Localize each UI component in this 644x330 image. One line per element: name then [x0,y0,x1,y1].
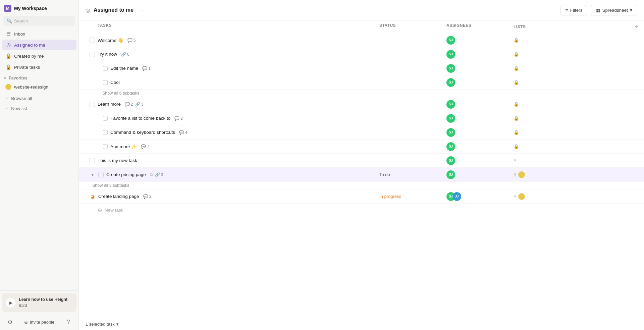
sidebar-item-website-redesign[interactable]: website-redesign [2,82,76,92]
table-row[interactable]: Welcome 👋 💬 5 SJ 🔒 [79,33,644,47]
task-lists: 🔒 [514,130,639,135]
task-checkbox[interactable] [90,38,95,43]
view-button[interactable]: ▦ Spreadsheet ▾ [591,5,637,15]
task-lists: 🔒 [514,52,639,57]
task-assignees: SJ [446,100,514,109]
lock-icon: 🔒 [514,102,519,107]
task-checkbox[interactable] [90,52,95,57]
task-checkbox[interactable] [103,130,108,135]
task-name: This is my new task [98,158,137,163]
expand-button[interactable]: ▼ [90,172,96,178]
help-button[interactable]: ? [63,317,74,327]
lock-icon: 🔒 [514,52,519,57]
spreadsheet-icon: ▦ [596,7,600,13]
task-checkbox[interactable] [103,116,108,121]
task-name: Edit the name [110,66,138,71]
favorites-section-header[interactable]: ▼ Favorites [0,72,78,82]
task-meta: 💬 3 [143,194,152,199]
sidebar-item-label: Created by me [14,54,44,59]
add-column-button[interactable]: + [635,23,639,30]
list-icon [518,171,525,178]
task-assignees: SJ [446,78,514,87]
show-subtasks-button[interactable]: Show all 6 subtasks [79,90,644,97]
table-row[interactable]: Cool SJ 🔒 [79,75,644,90]
new-list-button[interactable]: + New list [2,103,76,113]
task-checkbox[interactable] [103,144,108,149]
task-checkbox[interactable] [103,80,108,85]
avatar: SJ [446,64,455,73]
task-assignees: SJ [446,50,514,59]
task-checkbox[interactable] [90,102,95,107]
avatar: SJ [446,128,455,137]
table-row[interactable]: Edit the name 💬 1 SJ 🔒 [79,61,644,75]
task-checkbox[interactable] [103,66,108,71]
learn-text: Learn how to use Height 6:23 [19,297,67,309]
table-row[interactable]: Learn more 💬 2 🔗 3 SJ 🔒 [79,97,644,111]
task-name: Command & keyboard shortcuts [110,130,175,135]
table-row[interactable]: This is my new task SJ # [79,154,644,168]
sidebar-item-created[interactable]: 🔒 Created by me [2,51,76,61]
selected-task-info[interactable]: 1 selected task ▾ [86,322,119,327]
plus-circle-icon: ⊕ [24,320,28,325]
gear-icon: ⚙ [8,319,12,325]
task-name: And more ✨ [110,144,137,149]
comment-icon: 💬 5 [127,38,136,43]
in-progress-icon: ◕ [90,194,96,200]
settings-button[interactable]: ⚙ [5,317,15,327]
task-checkbox[interactable] [90,158,95,163]
task-status: To do [379,172,446,177]
new-task-label: New task [105,208,123,213]
created-icon: 🔒 [5,53,11,59]
bottom-bar: 1 selected task ▾ [79,318,644,330]
play-button[interactable]: ▶ [6,298,15,308]
avatar: SJ [446,50,455,59]
inbox-icon: ☰ [5,31,11,37]
comment-icon: 💬 2 [174,116,183,121]
show-subtasks-button[interactable]: Show all 3 subtasks [79,182,644,189]
task-name: Create landing page [98,194,139,199]
search-placeholder: Search [14,18,28,23]
sidebar-item-inbox[interactable]: ☰ Inbox [2,29,76,39]
avatar: JJ [452,192,461,201]
comment-icon: 💬 3 [143,194,152,199]
sidebar-item-label: Private tasks [14,65,40,70]
list-icon [518,193,525,200]
lock-icon: 🔒 [514,130,519,135]
table-row[interactable]: ▼ Create pricing page ⧉ 🔗 3 To do SJ # [79,168,644,182]
lock-icon: 🔒 [5,64,11,70]
task-checkbox[interactable] [98,172,104,177]
task-name: Try it now [98,52,117,57]
new-task-button[interactable]: ⊕ New task [79,204,644,217]
avatar: SJ [446,78,455,87]
task-assignees: SJ [446,170,514,179]
lock-icon: 🔒 [514,66,519,71]
task-lists: 🔒 [514,102,639,107]
plus-icon: ⊕ [98,207,102,213]
table-row[interactable]: Try it now 🔗 6 SJ 🔒 [79,47,644,61]
filters-label: Filters [570,8,583,13]
more-options-button[interactable]: ··· [137,6,146,14]
avatar: SJ [446,100,455,109]
search-bar[interactable]: 🔍 Search [3,16,75,26]
sidebar-item-assigned[interactable]: ◎ Assigned to me [2,40,76,50]
browse-all-button[interactable]: + Browse all [2,93,76,103]
sidebar-item-label: Inbox [14,32,25,37]
lock-icon: 🔒 [514,38,519,43]
table-row[interactable]: Favorite a list to come back to 💬 2 SJ 🔒 [79,111,644,125]
learn-card[interactable]: ▶ Learn how to use Height 6:23 [2,293,76,312]
task-meta: 💬 2 [174,116,183,121]
sidebar-nav: ☰ Inbox ◎ Assigned to me 🔒 Created by me… [0,29,78,72]
workspace-header[interactable]: M My Workspace [0,0,78,15]
task-meta: 🔗 6 [121,52,129,57]
search-icon: 🔍 [7,18,12,23]
browse-all-label: Browse all [11,96,32,101]
hash-icon: # [514,172,516,177]
invite-people-button[interactable]: ⊕ Invite people [21,318,58,327]
table-row[interactable]: And more ✨ 💬 7 SJ 🔒 [79,140,644,154]
table-row[interactable]: ◕ Create landing page 💬 3 In progress SJ… [79,189,644,204]
sidebar-item-private[interactable]: 🔒 Private tasks [2,62,76,72]
link-icon: 🔗 3 [155,172,163,177]
table-row[interactable]: Command & keyboard shortcuts 💬 4 SJ 🔒 [79,125,644,140]
filters-button[interactable]: ≡ Filters [560,5,588,15]
plus-icon: + [5,95,8,101]
